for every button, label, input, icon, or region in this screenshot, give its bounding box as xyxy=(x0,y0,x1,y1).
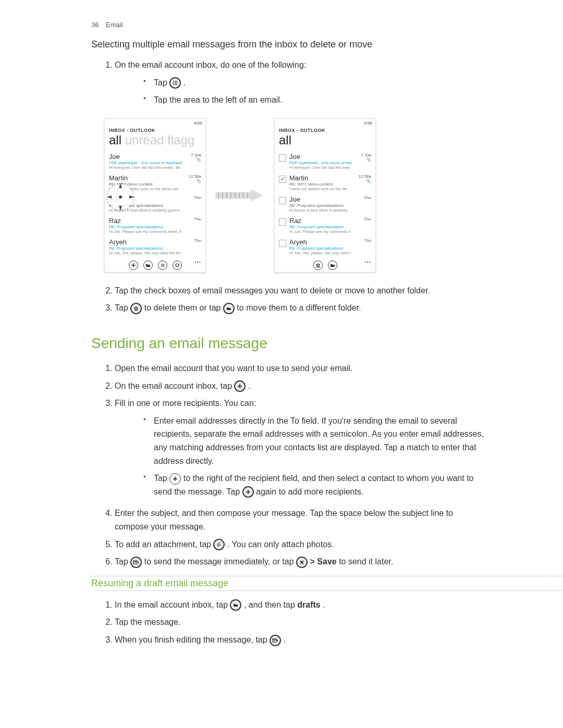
email-time: 7:10a📎 xyxy=(187,153,201,170)
screenshots-row: 9:55 INBOX - OUTLOOK all unread flagg Jo… xyxy=(104,118,563,273)
email-from: Raz xyxy=(289,217,357,225)
email-time: Thu xyxy=(357,238,371,255)
more-icon: ··· xyxy=(194,258,201,266)
email-preview: Hi Joe, Please see my comments ir xyxy=(289,229,357,234)
checkbox-icon xyxy=(279,218,286,226)
email-from: Joe xyxy=(109,153,187,161)
delete-icon xyxy=(130,303,142,314)
send-step-1: Open the email account that you want to … xyxy=(115,360,563,377)
multiselect-icon xyxy=(169,77,181,89)
delete-icon xyxy=(313,261,323,270)
send-step-6: Tap to send the message immediately, or … xyxy=(115,553,563,571)
email-preview: Hi everyone, Over the last few wee xyxy=(289,165,357,170)
checkbox-icon xyxy=(279,240,286,247)
email-subject: RE: Proposed specializations xyxy=(289,225,357,229)
phone-pivot: all unread flagg xyxy=(105,133,205,151)
transition-arrow-icon xyxy=(215,188,265,203)
folders-icon xyxy=(230,599,241,611)
sel-step-1: On the email account inbox, do one of th… xyxy=(115,56,563,113)
email-row: JoeRE: Proposed specializationsHi Raziel… xyxy=(105,193,205,215)
email-from: Joe xyxy=(109,195,187,203)
res-step-2: Tap the message. xyxy=(115,613,563,631)
move-icon xyxy=(223,303,235,314)
attachment-icon xyxy=(213,539,225,550)
sync-icon xyxy=(173,261,182,270)
email-time: Thu xyxy=(357,217,371,234)
svg-point-4 xyxy=(173,84,174,85)
send-icon xyxy=(130,557,142,568)
page-header: 36 Email xyxy=(0,21,563,39)
svg-point-12 xyxy=(161,266,162,267)
email-preview: Hi Joe, Yes, please. We only need the li… xyxy=(109,251,187,255)
phone-screenshot-left: 9:55 INBOX - OUTLOOK all unread flagg Jo… xyxy=(104,118,206,273)
email-preview: Hi Raziel, A best effort is certainly xyxy=(289,208,357,213)
email-subject: Re: Proposed specializations xyxy=(109,246,187,251)
phone-screenshot-right: 9:55 INBOX - OUTLOOK all JoePDF styleshe… xyxy=(274,118,376,273)
svg-point-2 xyxy=(173,82,174,83)
phone-account-label: INBOX - OUTLOOK xyxy=(105,126,205,133)
email-from: Martin xyxy=(109,174,187,182)
email-time: Thu xyxy=(357,195,371,213)
sel-step-3: Tap to delete them or tap to move them t… xyxy=(115,299,563,317)
email-subject: PDF stylesheet - 2nd round of feedback xyxy=(109,161,187,165)
email-time: 12:58a📎 xyxy=(357,174,371,191)
email-preview: Hi Raziel, A best effort is certainly go… xyxy=(109,208,187,213)
save-menu-label: > Save xyxy=(310,557,337,566)
email-time: Thu xyxy=(187,238,201,255)
move-icon xyxy=(328,261,337,270)
send-step-2: On the email account inbox, tap . xyxy=(115,377,563,395)
sel-step-1-bullet-2: Tap the area to the left of an email. xyxy=(143,91,563,109)
page-section-title: Email xyxy=(106,21,123,29)
email-row: JoeRE: Proposed specializationsHi Raziel… xyxy=(275,193,375,215)
svg-marker-32 xyxy=(251,189,263,202)
multiselect-icon xyxy=(158,261,167,270)
email-preview: I have not started work on the demo con xyxy=(109,187,187,191)
email-from: Raz xyxy=(109,217,187,225)
email-from: Joe xyxy=(289,195,357,203)
email-subject: PDF stylesheet - 2nd round of fee xyxy=(289,161,357,165)
email-subject: RE: Proposed specializations xyxy=(109,203,187,208)
email-time: 12:58a📎 xyxy=(187,174,201,191)
svg-point-0 xyxy=(173,81,174,82)
email-row: MartinRE: WP7 demo contentI have not sta… xyxy=(275,172,375,193)
res-step-1: In the email account inbox, tap , and th… xyxy=(115,596,563,614)
email-time: Thu xyxy=(187,195,201,213)
phone-appbar-left: ··· xyxy=(105,257,205,272)
phone-statusbar: 9:55 xyxy=(105,119,205,126)
close-icon xyxy=(296,557,308,568)
plus-icon xyxy=(169,473,181,485)
email-row: RazRE: Proposed specializationsHi Joe, P… xyxy=(275,215,375,236)
email-preview: Hi Joe, Yes, please. We only need t xyxy=(289,251,357,255)
email-from: Joe xyxy=(289,153,357,161)
email-row: JoePDF stylesheet - 2nd round of feedbac… xyxy=(105,151,205,172)
pivot-rest: unread flagg xyxy=(121,133,194,147)
send-step-3-bullet-1: Enter email addresses directly in the To… xyxy=(143,412,487,470)
svg-point-10 xyxy=(161,265,162,266)
phone-account-label: INBOX - OUTLOOK xyxy=(275,126,375,133)
send-icon xyxy=(270,635,281,646)
email-from: Aryeh xyxy=(289,238,357,246)
sel-step-2: Tap the check boxes of email messages yo… xyxy=(115,282,563,300)
email-subject: RE: Proposed specializations xyxy=(109,225,187,229)
folders-icon xyxy=(143,261,153,270)
email-row: RazRE: Proposed specializationsHi Joe, P… xyxy=(105,215,205,236)
email-from: Aryeh xyxy=(109,238,187,246)
checkbox-icon xyxy=(279,176,286,183)
email-row: AryehRe: Proposed specializationsHi Joe,… xyxy=(275,236,375,257)
email-preview: I have not started work on the der xyxy=(289,187,357,191)
phone-pivot: all xyxy=(275,133,375,151)
more-icon: ··· xyxy=(364,258,371,266)
heading-resuming: Resuming a draft email message xyxy=(91,576,563,591)
page-number: 36 xyxy=(91,21,99,29)
send-step-3: Fill in one or more recipients. You can:… xyxy=(115,394,563,504)
email-subject: Re: Proposed specializations xyxy=(289,246,357,251)
email-subject: RE: Proposed specializations xyxy=(289,203,357,208)
email-subject: RE: WP7 demo content xyxy=(109,182,187,187)
email-row: AryehRe: Proposed specializationsHi Joe,… xyxy=(105,236,205,257)
heading-sending: Sending an email message xyxy=(91,335,563,352)
svg-point-8 xyxy=(161,264,162,265)
checkbox-icon xyxy=(279,154,286,162)
email-time: 7:10a📎 xyxy=(357,153,371,170)
svg-rect-23 xyxy=(215,192,251,199)
email-row: JoePDF stylesheet - 2nd round of feeHi e… xyxy=(275,151,375,172)
